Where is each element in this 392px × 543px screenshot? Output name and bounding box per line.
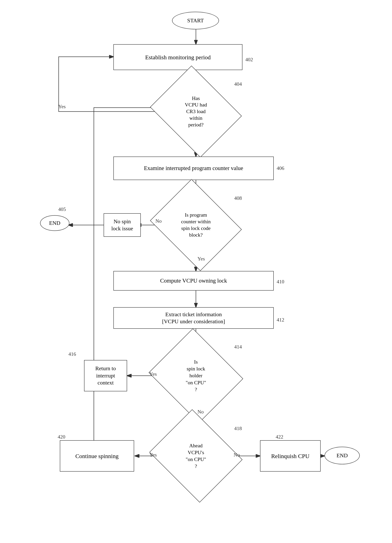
program-counter-text: Is programcounter withinspin lock codebl… xyxy=(179,210,213,240)
no-spin-lock-node: No spinlock issue xyxy=(104,213,141,237)
spin-lock-holder-diamond: Isspin lockholder"on CPU"? xyxy=(160,344,232,407)
ref406-label: 406 xyxy=(277,165,284,171)
yes4-label: Yes xyxy=(149,452,157,458)
end1-label: END xyxy=(49,220,61,226)
yes1-label: Yes xyxy=(58,104,66,110)
ref410-label: 410 xyxy=(277,279,284,285)
return-interrupt-node: Return tointerruptcontext xyxy=(84,360,127,391)
extract-ticket-label: Extract ticket information[VCPU under co… xyxy=(162,311,225,325)
ref412-label: 412 xyxy=(277,317,284,323)
no1-label: No xyxy=(155,218,162,224)
no-spin-lock-label: No spinlock issue xyxy=(111,218,133,232)
continue-spinning-node: Continue spinning xyxy=(60,440,134,472)
start-node: START xyxy=(172,12,219,29)
yes2a-label: Yes xyxy=(198,256,205,262)
ref414-label: 414 xyxy=(234,344,242,350)
relinquish-cpu-label: Relinquish CPU xyxy=(271,452,309,460)
has-vcpu-diamond: HasVCPU hadCR3 loadwithinperiod? xyxy=(160,82,232,141)
ref418-label: 418 xyxy=(234,426,242,431)
spin-lock-holder-text: Isspin lockholder"on CPU"? xyxy=(184,356,208,395)
flowchart: START Establish monitoring period 402 Ha… xyxy=(0,0,392,543)
ref404-label: 404 xyxy=(234,81,242,87)
establish-node: Establish monitoring period xyxy=(113,44,243,70)
ref420-label: 420 xyxy=(58,434,65,440)
establish-label: Establish monitoring period xyxy=(145,53,211,61)
end1-node: END xyxy=(40,215,69,231)
end2-node: END xyxy=(325,447,360,464)
ref416-label: 416 xyxy=(68,351,76,357)
examine-label: Examine interrupted program counter valu… xyxy=(144,164,243,172)
compute-vcpu-node: Compute VCPU owning lock xyxy=(113,271,274,291)
compute-vcpu-label: Compute VCPU owning lock xyxy=(160,277,227,284)
ahead-vcpu-diamond: AheadVCPU's"on CPU"? xyxy=(160,426,232,486)
ref422-label: 422 xyxy=(276,434,283,440)
no3-label: No xyxy=(234,452,240,458)
relinquish-cpu-node: Relinquish CPU xyxy=(260,440,321,472)
continue-spinning-label: Continue spinning xyxy=(76,452,119,460)
end2-label: END xyxy=(337,452,348,459)
yes3-label: Yes xyxy=(149,371,157,377)
has-vcpu-text: HasVCPU hadCR3 loadwithinperiod? xyxy=(183,93,209,130)
no2-label: No xyxy=(198,409,204,415)
start-label: START xyxy=(187,17,204,24)
extract-ticket-node: Extract ticket information[VCPU under co… xyxy=(113,307,274,329)
ref405-label: 405 xyxy=(58,206,66,212)
ref408-label: 408 xyxy=(234,195,242,201)
ahead-vcpu-text: AheadVCPU's"on CPU"? xyxy=(184,440,208,472)
program-counter-diamond: Is programcounter withinspin lock codebl… xyxy=(160,196,232,254)
return-interrupt-label: Return tointerruptcontext xyxy=(95,365,116,386)
examine-node: Examine interrupted program counter valu… xyxy=(113,157,274,180)
ref402-label: 402 xyxy=(245,57,253,63)
